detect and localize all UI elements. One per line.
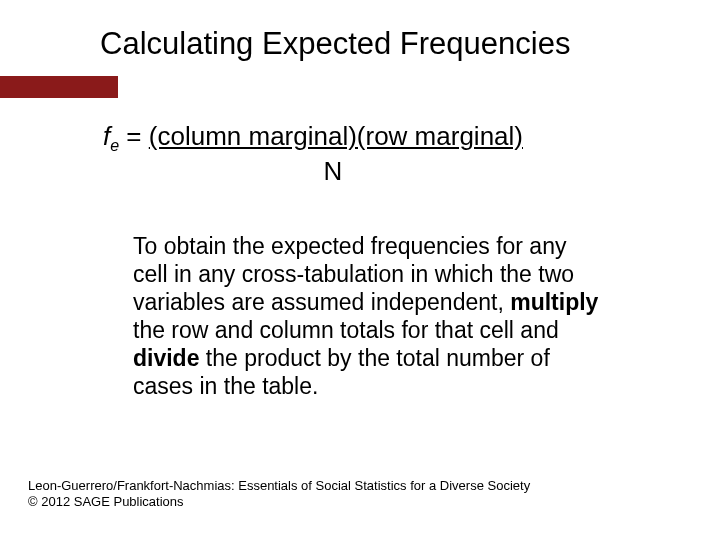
formula-equals: = (119, 121, 149, 151)
paragraph-part2: the row and column totals for that cell … (133, 317, 559, 343)
formula-numerator: (column marginal)(row marginal) (149, 121, 523, 151)
paragraph-part1: To obtain the expected frequencies for a… (133, 233, 574, 315)
footer-line1: Leon-Guerrero/Frankfort-Nachmias: Essent… (28, 478, 530, 494)
formula-denominator: N (143, 157, 523, 186)
formula-subscript: e (110, 137, 119, 154)
accent-bar (0, 76, 118, 98)
explanatory-paragraph: To obtain the expected frequencies for a… (133, 232, 603, 400)
expected-frequency-formula: fe = (column marginal)(row marginal) N (103, 122, 523, 185)
paragraph-bold-divide: divide (133, 345, 199, 371)
footer-line2: © 2012 SAGE Publications (28, 494, 530, 510)
slide: Calculating Expected Frequencies fe = (c… (0, 0, 720, 540)
footer-attribution: Leon-Guerrero/Frankfort-Nachmias: Essent… (28, 478, 530, 511)
slide-title: Calculating Expected Frequencies (100, 26, 570, 62)
paragraph-bold-multiply: multiply (510, 289, 598, 315)
